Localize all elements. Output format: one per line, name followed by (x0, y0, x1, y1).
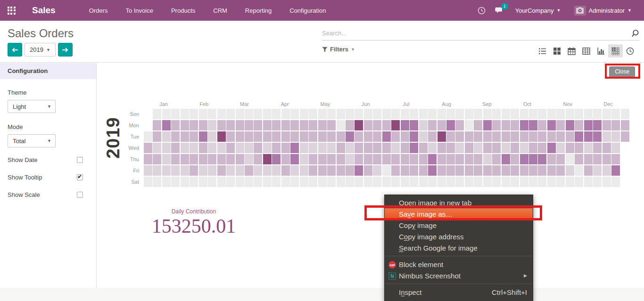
context-menu: Open image in new tabSave image as…Copy … (384, 195, 533, 301)
heatmap-cell (318, 131, 327, 142)
heatmap-cell (603, 109, 611, 119)
heatmap-cell (538, 177, 546, 187)
context-menu-item-save-image-as[interactable]: Save image as… (385, 208, 533, 220)
heatmap-cell (208, 143, 216, 153)
kanban-view-button[interactable] (550, 44, 564, 57)
heatmap-cell (254, 120, 262, 130)
heatmap-cell (190, 120, 198, 130)
previous-year-button[interactable] (8, 43, 22, 57)
context-menu-item-inspect[interactable]: InspectCtrl+Shift+I (385, 286, 533, 298)
company-switcher[interactable]: YourCompany ▼ (510, 0, 567, 21)
heatmap-cell (575, 120, 583, 130)
calendar-view-button[interactable] (564, 44, 579, 57)
context-menu-item-search-google-for-image[interactable]: Search Google for image (385, 242, 533, 253)
heatmap-cell (538, 165, 546, 176)
heatmap-cell (327, 120, 336, 130)
heatmap-cell (373, 165, 381, 176)
context-menu-item-copy-image[interactable]: Copy image (385, 220, 533, 231)
context-menu-item-nimbus-screenshot[interactable]: NNimbus Screenshot▶ (385, 270, 533, 281)
graph-view-button[interactable] (594, 44, 608, 57)
heatmap-cell (199, 154, 207, 164)
nav-item-reporting[interactable]: Reporting (238, 4, 279, 17)
heatmap-view-button[interactable] (608, 44, 623, 57)
show-tooltip-checkbox[interactable] (77, 174, 83, 180)
heatmap-cell (272, 120, 281, 130)
next-year-button[interactable] (58, 43, 73, 57)
heatmap-cell (492, 154, 501, 164)
heatmap-cell (419, 177, 428, 187)
heatmap-cell (419, 165, 428, 176)
heatmap-cell (547, 120, 556, 130)
apps-menu-button[interactable] (0, 0, 23, 21)
heatmap-cell (290, 177, 299, 187)
close-button[interactable]: Close (609, 66, 635, 77)
activity-view-button[interactable] (623, 44, 637, 57)
nav-item-crm[interactable]: CRM (206, 4, 234, 17)
heatmap-cell (245, 154, 253, 164)
heatmap-cell (337, 177, 345, 187)
heatmap-cell (263, 131, 272, 142)
theme-select[interactable]: Light ▼ (8, 100, 56, 113)
nav-item-orders[interactable]: Orders (82, 4, 115, 17)
heatmap-cell (245, 177, 253, 187)
search-icon[interactable] (631, 29, 639, 38)
year-select[interactable]: 2019 ▼ (25, 43, 56, 57)
nav-item-configuration[interactable]: Configuration (282, 4, 333, 17)
heatmap-cell (520, 109, 528, 119)
heatmap-cell (483, 165, 492, 176)
month-label: May (321, 101, 330, 107)
heatmap-cell (364, 109, 372, 119)
show-scale-checkbox[interactable] (77, 192, 83, 198)
heatmap-cell (492, 109, 501, 119)
heatmap-cell (603, 120, 611, 130)
app-name[interactable]: Sales (32, 5, 56, 16)
user-menu[interactable]: Administrator ▼ (569, 0, 638, 21)
heatmap-cell (272, 131, 281, 142)
month-label: Sep (482, 101, 492, 107)
activity-clock-button[interactable] (474, 0, 490, 21)
heatmap-cell (391, 109, 400, 119)
heatmap-cell (621, 109, 629, 119)
heatmap-cell (520, 143, 528, 153)
heatmap-cell (575, 177, 583, 187)
heatmap-cell (199, 177, 207, 187)
month-label: Jun (362, 101, 370, 107)
heatmap-cell (290, 154, 299, 164)
heatmap-cell (208, 120, 216, 130)
heatmap-cell (300, 120, 308, 130)
heatmap-cell (502, 109, 510, 119)
nav-item-to-invoice[interactable]: To Invoice (118, 4, 160, 17)
list-view-button[interactable] (535, 44, 550, 57)
heatmap-cell (438, 120, 446, 130)
page-title: Sales Orders (8, 27, 74, 40)
nav-item-products[interactable]: Products (164, 4, 202, 17)
context-menu-item-open-image-in-new-tab[interactable]: Open image in new tab (385, 197, 533, 208)
heatmap-cell (593, 109, 602, 119)
heatmap-cell (483, 177, 492, 187)
heatmap-cell (153, 177, 161, 187)
heatmap-cell (391, 131, 400, 142)
mode-select[interactable]: Total ▼ (8, 134, 56, 147)
apps-grid-icon (8, 7, 16, 15)
messages-button[interactable]: 1 (492, 0, 508, 21)
pivot-view-button[interactable] (579, 44, 594, 57)
search-input[interactable] (322, 30, 631, 37)
heatmap-cell (547, 131, 556, 142)
show-date-checkbox[interactable] (77, 157, 83, 163)
day-label: Thu (97, 156, 139, 162)
heatmap-row-sat (144, 177, 629, 187)
chevron-down-icon: ▼ (627, 8, 632, 13)
svg-text:ABP: ABP (389, 263, 395, 266)
heatmap-cell (593, 177, 602, 187)
heatmap-cell (281, 165, 290, 176)
heatmap-cell (511, 177, 519, 187)
filters-dropdown[interactable]: Filters ▼ (322, 46, 355, 53)
heatmap-cell (162, 165, 171, 176)
heatmap-cell (492, 143, 501, 153)
heatmap-cell (446, 177, 455, 187)
heatmap-cell (300, 131, 308, 142)
context-menu-item-block-element[interactable]: ABPBlock element (385, 259, 533, 270)
heatmap-cell (337, 109, 345, 119)
context-menu-item-copy-image-address[interactable]: Copy image address (385, 231, 533, 242)
heatmap-cell (373, 154, 381, 164)
